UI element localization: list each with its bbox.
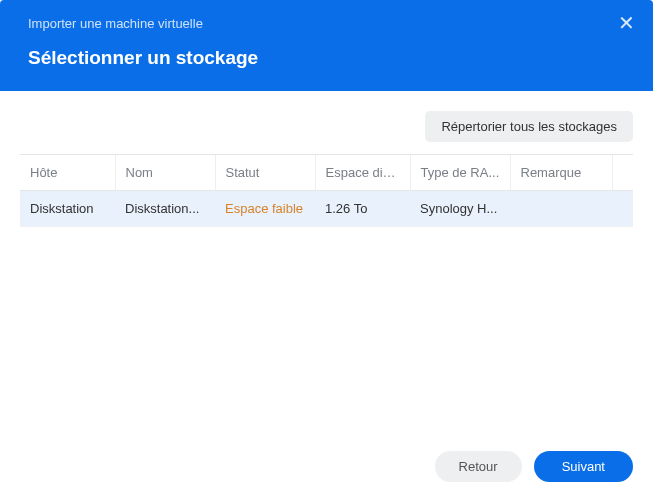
table-header: Hôte Nom Statut Espace dis... Type de RA… bbox=[20, 155, 633, 191]
cell-space: 1.26 To bbox=[315, 191, 410, 227]
cell-status: Espace faible bbox=[215, 191, 315, 227]
cell-spacer bbox=[613, 191, 634, 227]
page-title: Sélectionner un stockage bbox=[28, 47, 633, 69]
column-header-remark[interactable]: Remarque bbox=[510, 155, 613, 191]
storage-table-container: Hôte Nom Statut Espace dis... Type de RA… bbox=[20, 154, 633, 429]
table-body: Diskstation Diskstation... Espace faible… bbox=[20, 191, 633, 227]
table-row[interactable]: Diskstation Diskstation... Espace faible… bbox=[20, 191, 633, 227]
cell-raid: Synology H... bbox=[410, 191, 510, 227]
cell-host: Diskstation bbox=[20, 191, 115, 227]
back-button[interactable]: Retour bbox=[435, 451, 522, 482]
dialog-footer: Retour Suivant bbox=[0, 439, 653, 500]
column-header-space[interactable]: Espace dis... bbox=[315, 155, 410, 191]
cell-name: Diskstation... bbox=[115, 191, 215, 227]
column-header-raid[interactable]: Type de RA... bbox=[410, 155, 510, 191]
dialog-header: Importer une machine virtuelle Sélection… bbox=[0, 0, 653, 91]
cell-remark bbox=[510, 191, 613, 227]
column-header-name[interactable]: Nom bbox=[115, 155, 215, 191]
import-vm-dialog: Importer une machine virtuelle Sélection… bbox=[0, 0, 653, 500]
close-icon[interactable]: ✕ bbox=[618, 13, 635, 33]
toolbar: Répertorier tous les stockages bbox=[20, 111, 633, 142]
dialog-content: Répertorier tous les stockages Hôte Nom … bbox=[0, 91, 653, 439]
column-header-status[interactable]: Statut bbox=[215, 155, 315, 191]
list-all-storages-button[interactable]: Répertorier tous les stockages bbox=[425, 111, 633, 142]
column-header-host[interactable]: Hôte bbox=[20, 155, 115, 191]
column-header-spacer bbox=[613, 155, 634, 191]
storage-table: Hôte Nom Statut Espace dis... Type de RA… bbox=[20, 155, 633, 227]
next-button[interactable]: Suivant bbox=[534, 451, 633, 482]
breadcrumb: Importer une machine virtuelle bbox=[28, 16, 633, 31]
